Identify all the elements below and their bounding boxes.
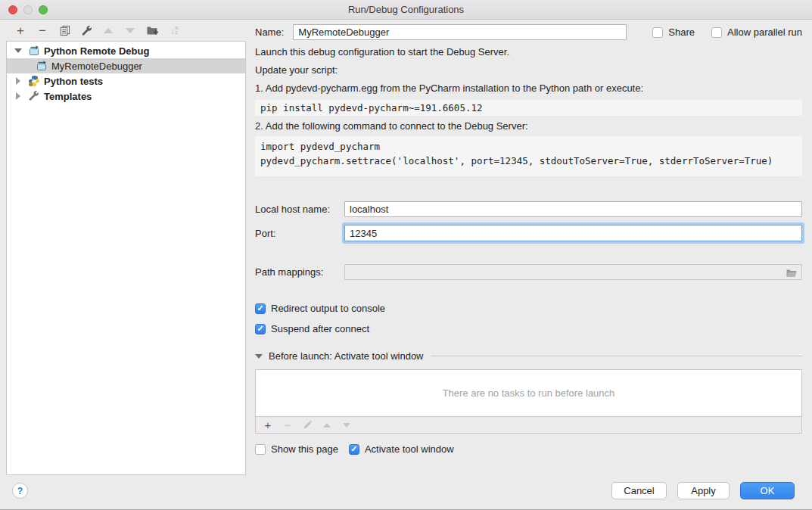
tree-item-label: Python tests: [44, 76, 103, 87]
checkbox-box: [255, 303, 266, 314]
settrace-code-line-2: pydevd_pycharm.settrace('localhost', por…: [260, 154, 797, 168]
add-configuration-icon[interactable]: +: [13, 23, 28, 38]
close-window-button[interactable]: [8, 5, 17, 14]
move-up-icon[interactable]: [101, 23, 116, 38]
minimize-window-button[interactable]: [23, 5, 33, 14]
apply-button[interactable]: Apply: [677, 482, 730, 499]
configurations-sidebar: + − ↓az: [0, 20, 246, 475]
settrace-code: import pydevd_pycharm pydevd_pycharm.set…: [255, 136, 802, 176]
sort-configurations-icon[interactable]: ↓az: [166, 23, 182, 38]
zoom-window-button[interactable]: [39, 5, 48, 14]
configurations-toolbar: + − ↓az: [0, 20, 246, 41]
help-button[interactable]: ?: [12, 483, 28, 499]
edit-templates-icon[interactable]: [79, 23, 94, 38]
redirect-output-label: Redirect output to console: [271, 303, 385, 314]
tree-item-templates[interactable]: Templates: [7, 89, 245, 104]
task-list-toolbar: + −: [255, 417, 802, 434]
copy-configuration-icon[interactable]: [57, 23, 72, 38]
name-input[interactable]: [293, 24, 627, 40]
tree-item-python-tests[interactable]: Python tests: [7, 73, 245, 89]
expand-icon[interactable]: [14, 77, 22, 85]
intro-line-2: Update your script:: [255, 64, 802, 76]
suspend-after-connect-checkbox[interactable]: Suspend after connect: [255, 323, 802, 334]
configuration-editor: Name: Share Allow parallel run Launch th…: [246, 20, 812, 475]
move-task-down-icon[interactable]: [341, 419, 353, 431]
port-label: Port:: [255, 228, 344, 239]
edit-task-icon[interactable]: [301, 419, 313, 431]
expand-icon[interactable]: [14, 92, 22, 100]
path-mappings-field[interactable]: [344, 264, 802, 280]
before-launch-task-list[interactable]: There are no tasks to run before launch: [255, 369, 802, 417]
title-bar[interactable]: Run/Debug Configurations: [0, 0, 812, 20]
tree-item-label: Templates: [44, 91, 92, 102]
window-title: Run/Debug Configurations: [348, 4, 464, 15]
intro-line-1: Launch this debug configuration to start…: [255, 46, 802, 58]
remote-debug-icon: [36, 60, 48, 72]
python-tests-icon: [28, 75, 40, 87]
step-1-text: 1. Add pydevd-pycharm.egg from the PyCha…: [255, 82, 802, 95]
help-label: ?: [17, 486, 23, 496]
configurations-tree: Python Remote Debug MyRemoteDebugger: [6, 41, 246, 475]
allow-parallel-run-label: Allow parallel run: [727, 26, 802, 38]
show-this-page-checkbox[interactable]: Show this page: [255, 443, 338, 455]
local-host-name-input[interactable]: [344, 201, 802, 217]
port-input[interactable]: [344, 225, 802, 241]
before-launch-label: Before launch: Activate tool window: [269, 350, 424, 362]
dialog-footer: ? Cancel Apply OK: [0, 475, 812, 509]
activate-tool-window-label: Activate tool window: [365, 443, 454, 455]
checkbox-box: [255, 444, 266, 455]
collapse-icon[interactable]: [14, 47, 22, 54]
run-debug-configurations-dialog: Run/Debug Configurations + − ↓az: [0, 0, 812, 510]
name-label: Name:: [255, 26, 284, 38]
browse-folder-icon[interactable]: [786, 267, 798, 278]
add-task-icon[interactable]: +: [262, 419, 274, 431]
empty-task-list-text: There are no tasks to run before launch: [443, 387, 615, 399]
allow-parallel-run-checkbox[interactable]: Allow parallel run: [711, 26, 802, 38]
local-host-name-label: Local host name:: [255, 204, 344, 215]
checkbox-box: [349, 444, 359, 455]
collapse-icon[interactable]: [255, 354, 263, 359]
step-2-text: 2. Add the following command to connect …: [255, 120, 802, 132]
cancel-button[interactable]: Cancel: [611, 482, 667, 499]
share-checkbox[interactable]: Share: [652, 26, 695, 38]
move-down-icon[interactable]: [123, 23, 138, 38]
remove-task-icon[interactable]: −: [282, 419, 294, 431]
share-label: Share: [668, 26, 695, 38]
tree-item-myremotedebugger[interactable]: MyRemoteDebugger: [7, 58, 245, 73]
path-mappings-label: Path mappings:: [255, 266, 344, 278]
new-folder-icon[interactable]: [145, 23, 160, 38]
checkbox-box: [711, 27, 722, 38]
pip-install-code: pip install pydevd-pycharm~=191.6605.12: [255, 100, 802, 116]
tree-item-label: MyRemoteDebugger: [51, 61, 142, 72]
tree-item-python-remote-debug[interactable]: Python Remote Debug: [7, 43, 245, 58]
ok-button[interactable]: OK: [740, 482, 795, 499]
tree-item-label: Python Remote Debug: [44, 45, 149, 57]
section-divider: [431, 356, 802, 356]
activate-tool-window-checkbox[interactable]: Activate tool window: [349, 443, 454, 455]
settrace-code-line-1: import pydevd_pycharm: [260, 139, 797, 154]
checkbox-box: [255, 324, 266, 334]
show-this-page-label: Show this page: [271, 443, 338, 455]
suspend-after-connect-label: Suspend after connect: [271, 323, 369, 334]
traffic-lights: [8, 0, 48, 19]
move-task-up-icon[interactable]: [321, 419, 333, 431]
remove-configuration-icon[interactable]: −: [35, 23, 50, 38]
remote-debug-icon: [28, 45, 40, 57]
wrench-icon: [28, 90, 40, 102]
redirect-output-checkbox[interactable]: Redirect output to console: [255, 303, 802, 314]
checkbox-box: [652, 27, 663, 38]
before-launch-section-header[interactable]: Before launch: Activate tool window: [255, 350, 802, 362]
